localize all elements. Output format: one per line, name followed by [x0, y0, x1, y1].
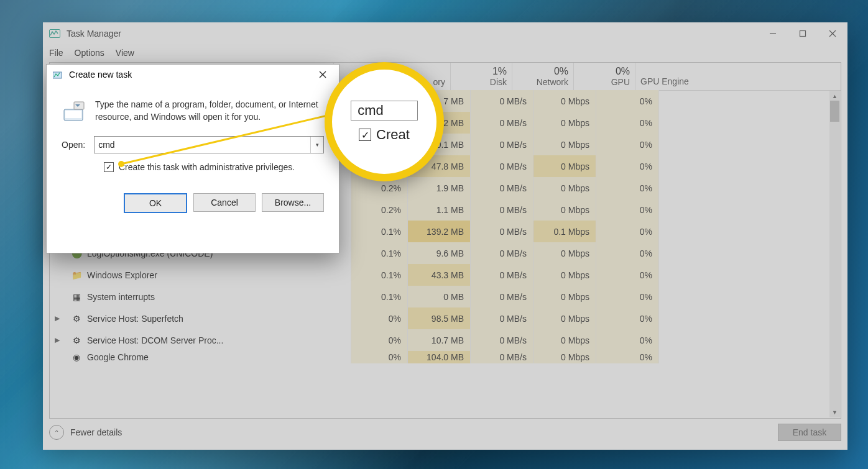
table-row[interactable]: ▦System interrupts0.1%0 MB0 MB/s0 Mbps0% [50, 286, 841, 307]
process-icon: ◉ [71, 352, 82, 363]
process-name-cell: ▶⚙Service Host: DCOM Server Proc... [50, 329, 351, 351]
disk-pct: 1% [492, 66, 507, 77]
col-network[interactable]: 0% Network [512, 63, 573, 90]
chevron-right-icon[interactable]: ▶ [55, 314, 60, 322]
network-cell: 0 Mbps [533, 242, 596, 264]
disk-cell: 0 MB/s [470, 307, 533, 329]
titlebar: Task Manager [43, 22, 847, 45]
col-gpu[interactable]: 0% GPU [573, 63, 635, 90]
scroll-thumb[interactable] [830, 101, 839, 122]
memory-cell: 10.7 MB [407, 329, 470, 351]
process-icon: ▦ [71, 291, 82, 303]
admin-checkbox[interactable]: ✓ [104, 162, 114, 172]
disk-cell: 0 MB/s [470, 155, 533, 177]
minimize-button[interactable] [758, 22, 788, 45]
cpu-cell: 0% [351, 307, 407, 329]
chevron-right-icon[interactable]: ▶ [55, 336, 60, 344]
process-name-cell: ▦System interrupts [50, 286, 351, 307]
memory-cell: 0 MB [407, 286, 470, 307]
gpu-engine-cell [658, 351, 841, 363]
network-cell: 0 Mbps [533, 155, 596, 177]
disk-cell: 0 MB/s [470, 221, 533, 242]
process-name: Windows Explorer [87, 270, 157, 280]
browse-button[interactable]: Browse... [262, 193, 324, 212]
gpu-pct: 0% [616, 66, 630, 77]
disk-cell: 0 MB/s [470, 242, 533, 264]
end-task-button[interactable]: End task [778, 424, 841, 441]
disk-cell: 0 MB/s [470, 112, 533, 134]
process-name-cell: 📁Windows Explorer [50, 264, 351, 286]
gpu-engine-cell [658, 221, 841, 242]
disk-cell: 0 MB/s [470, 329, 533, 351]
menubar: File Options View [43, 45, 847, 61]
run-dialog-icon [53, 70, 64, 79]
process-name: System interrupts [87, 292, 155, 302]
table-row[interactable]: 📁Windows Explorer0.1%43.3 MB0 MB/s0 Mbps… [50, 264, 841, 286]
dialog-close-button[interactable] [310, 66, 335, 83]
open-value: cmd [98, 140, 114, 150]
vertical-scrollbar[interactable]: ▲ ▼ [829, 91, 840, 417]
close-button[interactable] [818, 22, 847, 45]
cpu-cell: 0% [351, 351, 407, 363]
fewer-details-button[interactable]: ⌃ Fewer details [49, 425, 122, 440]
ok-button[interactable]: OK [124, 193, 187, 213]
memory-cell: 98.5 MB [407, 307, 470, 329]
gpu-cell: 0% [596, 351, 658, 363]
cpu-cell: 0.1% [351, 264, 407, 286]
disk-label: Disk [490, 77, 507, 87]
gpu-cell: 0% [596, 264, 658, 286]
disk-cell: 0 MB/s [470, 177, 533, 199]
menu-view[interactable]: View [116, 48, 134, 58]
network-cell: 0 Mbps [533, 112, 596, 134]
menu-options[interactable]: Options [75, 48, 104, 58]
process-name: Google Chrome [87, 352, 149, 362]
process-name-cell: ◉Google Chrome [50, 351, 351, 363]
gpu-engine-cell [658, 307, 841, 329]
scroll-up-icon[interactable]: ▲ [829, 91, 840, 101]
gpu-label: GPU [611, 77, 630, 87]
table-row[interactable]: ▶⚙Service Host: DCOM Server Proc...0%10.… [50, 329, 841, 351]
gpu-cell: 0% [596, 329, 658, 351]
combo-chevron-down-icon[interactable]: ▾ [310, 137, 323, 153]
gpu-cell: 0% [596, 242, 658, 264]
disk-cell: 0 MB/s [470, 351, 533, 363]
cancel-button[interactable]: Cancel [193, 193, 256, 212]
open-label: Open: [62, 140, 85, 150]
gpu-engine-cell [658, 155, 841, 177]
memory-cell: 1.1 MB [407, 199, 470, 221]
memory-cell: 139.2 MB [407, 221, 470, 242]
cpu-cell: 0.2% [351, 199, 407, 221]
memory-cell: 104.0 MB [407, 351, 470, 363]
col-gpu-engine[interactable]: 0% GPU Engine [635, 63, 841, 90]
gpu-engine-cell [658, 242, 841, 264]
gpu-engine-cell [658, 329, 841, 351]
gpu-cell: 0% [596, 177, 658, 199]
open-combo[interactable]: cmd ▾ [94, 136, 324, 153]
svg-rect-1 [800, 31, 806, 37]
dialog-title: Create new task [69, 70, 132, 80]
network-cell: 0 Mbps [533, 307, 596, 329]
col-disk[interactable]: 1% Disk [450, 63, 512, 90]
table-row[interactable]: ◉Google Chrome0%104.0 MB0 MB/s0 Mbps0% [50, 351, 841, 363]
gpu-engine-cell [658, 112, 841, 134]
callout-input: cmd [351, 101, 418, 121]
menu-file[interactable]: File [49, 48, 63, 58]
gpu-cell: 0% [596, 134, 658, 155]
maximize-button[interactable] [788, 22, 818, 45]
gpu-engine-cell [658, 264, 841, 286]
network-cell: 0 Mbps [533, 199, 596, 221]
network-cell: 0 Mbps [533, 134, 596, 155]
memory-cell: 43.3 MB [407, 264, 470, 286]
gpu-cell: 0% [596, 221, 658, 242]
create-task-dialog: Create new task Type the name of a progr… [46, 64, 339, 253]
admin-checkbox-label: Create this task with administrative pri… [119, 162, 295, 172]
cpu-cell: 0.1% [351, 242, 407, 264]
gpu-cell: 0% [596, 199, 658, 221]
table-row[interactable]: ▶⚙Service Host: Superfetch0%98.5 MB0 MB/… [50, 307, 841, 329]
process-name: Service Host: Superfetch [87, 314, 183, 324]
net-pct: 0% [554, 66, 568, 77]
network-cell: 0 Mbps [533, 264, 596, 286]
cpu-cell: 0% [351, 329, 407, 351]
network-cell: 0 Mbps [533, 351, 596, 363]
scroll-down-icon[interactable]: ▼ [829, 407, 840, 417]
